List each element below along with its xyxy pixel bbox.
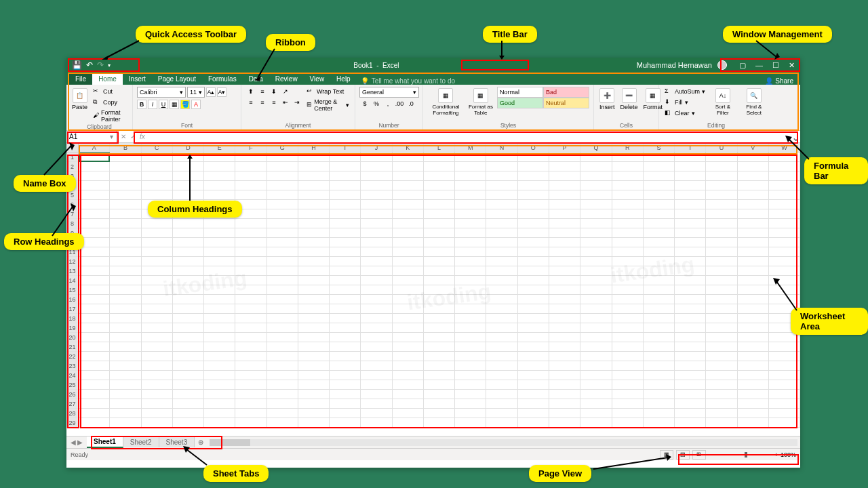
cell[interactable] (235, 323, 267, 332)
cell[interactable] (644, 171, 675, 180)
cell[interactable] (330, 219, 361, 228)
cell[interactable] (393, 238, 424, 247)
cell[interactable] (738, 190, 769, 199)
align-right-button[interactable]: ≡ (269, 98, 279, 107)
cell[interactable] (110, 352, 141, 361)
cell[interactable] (706, 266, 737, 275)
cell[interactable] (486, 181, 517, 190)
cell[interactable] (235, 295, 267, 304)
cell[interactable] (330, 371, 361, 380)
font-size-combo[interactable]: 11▾ (187, 87, 205, 98)
cell[interactable] (738, 162, 769, 171)
cell[interactable] (549, 162, 580, 171)
cell[interactable] (142, 371, 173, 380)
cell[interactable] (675, 361, 706, 370)
fx-icon[interactable]: fx (140, 133, 145, 140)
cell[interactable] (675, 285, 706, 294)
cell[interactable] (612, 257, 644, 266)
user-name[interactable]: Muhammad Hernawan (637, 61, 712, 69)
cell[interactable] (142, 333, 173, 342)
cell[interactable] (580, 399, 612, 408)
cell[interactable] (738, 295, 769, 304)
cell[interactable] (706, 219, 737, 228)
cell[interactable] (267, 314, 298, 323)
cell[interactable] (173, 333, 204, 342)
cell[interactable] (142, 266, 173, 275)
cell[interactable] (142, 304, 173, 313)
col-head[interactable]: R (612, 143, 644, 152)
qat-customize-icon[interactable]: ▾ (108, 62, 111, 68)
cell[interactable] (580, 352, 612, 361)
cell[interactable] (142, 190, 173, 199)
cell[interactable] (486, 152, 517, 161)
paste-button[interactable]: 📋 Paste (71, 87, 89, 112)
cell[interactable] (173, 295, 204, 304)
tab-file[interactable]: File (69, 73, 92, 85)
cell[interactable] (110, 200, 141, 209)
cell[interactable] (518, 304, 549, 313)
cell[interactable] (235, 238, 267, 247)
cell[interactable] (738, 380, 769, 389)
cell[interactable] (298, 323, 330, 332)
row-head[interactable]: 15 (66, 285, 79, 295)
cell[interactable] (361, 352, 392, 361)
cell[interactable] (738, 247, 769, 256)
cell[interactable] (330, 295, 361, 304)
cell[interactable] (644, 304, 675, 313)
cell[interactable] (204, 162, 235, 171)
cell[interactable] (361, 304, 392, 313)
cell[interactable] (110, 314, 141, 323)
cell[interactable] (455, 399, 486, 408)
cell[interactable] (706, 238, 737, 247)
cell[interactable] (612, 171, 644, 180)
cell[interactable] (644, 152, 675, 161)
cell[interactable] (769, 352, 800, 361)
cell[interactable] (455, 361, 486, 370)
cell[interactable] (142, 181, 173, 190)
cell[interactable] (361, 323, 392, 332)
cell[interactable] (267, 409, 298, 418)
col-head[interactable]: B (110, 143, 141, 152)
cell[interactable] (267, 219, 298, 228)
col-head[interactable]: I (330, 143, 361, 152)
cell[interactable] (424, 219, 455, 228)
row-head[interactable]: 24 (66, 371, 79, 380)
cell[interactable] (549, 342, 580, 351)
col-head[interactable]: O (518, 143, 549, 152)
cell[interactable] (706, 181, 737, 190)
cell[interactable] (330, 276, 361, 285)
cell[interactable] (424, 152, 455, 161)
cell[interactable] (518, 162, 549, 171)
cell[interactable] (424, 333, 455, 342)
cell[interactable] (235, 152, 267, 161)
cell[interactable] (79, 314, 110, 323)
cell[interactable] (644, 399, 675, 408)
cell[interactable] (612, 162, 644, 171)
cell[interactable] (644, 352, 675, 361)
cell[interactable] (675, 390, 706, 399)
cell[interactable] (644, 219, 675, 228)
cell[interactable] (361, 266, 392, 275)
cell[interactable] (549, 209, 580, 218)
cell[interactable] (549, 409, 580, 418)
redo-icon[interactable]: ↷ (97, 60, 104, 70)
cell[interactable] (486, 295, 517, 304)
cell[interactable] (644, 333, 675, 342)
sheet-tab-2[interactable]: Sheet2 (123, 437, 159, 447)
cell[interactable] (330, 228, 361, 237)
cell[interactable] (738, 352, 769, 361)
col-head[interactable]: L (424, 143, 455, 152)
cell[interactable] (549, 219, 580, 228)
cell[interactable] (455, 257, 486, 266)
cell[interactable] (79, 209, 110, 218)
cell[interactable] (580, 209, 612, 218)
cell[interactable] (769, 162, 800, 171)
cell[interactable] (644, 323, 675, 332)
cell[interactable] (298, 219, 330, 228)
tab-help[interactable]: Help (330, 73, 357, 85)
cell[interactable] (330, 342, 361, 351)
col-head[interactable]: A (79, 143, 110, 152)
col-head[interactable]: N (486, 143, 517, 152)
cell[interactable] (361, 314, 392, 323)
cell[interactable] (549, 228, 580, 237)
